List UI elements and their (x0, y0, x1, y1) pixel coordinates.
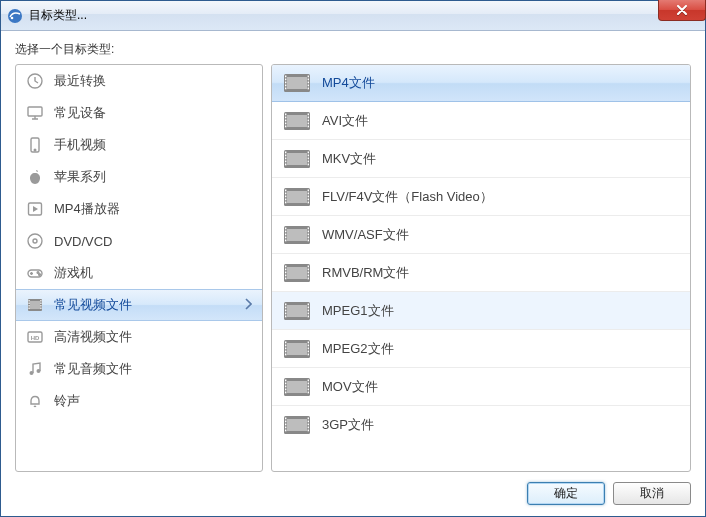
svg-rect-52 (285, 151, 286, 153)
ok-button[interactable]: 确定 (527, 482, 605, 505)
category-item[interactable]: 手机视频 (16, 129, 262, 161)
category-item[interactable]: 常见音频文件 (16, 353, 262, 385)
format-item[interactable]: MKV文件 (272, 140, 690, 178)
svg-rect-70 (308, 192, 309, 194)
category-item[interactable]: 常见视频文件 (16, 289, 262, 321)
svg-rect-44 (285, 125, 286, 127)
svg-rect-42 (285, 119, 286, 121)
category-label: 铃声 (54, 392, 80, 410)
svg-rect-108 (308, 312, 309, 314)
dialog-body: 选择一个目标类型: 最近转换常见设备手机视频苹果系列MP4播放器DVD/VCD游… (1, 31, 705, 516)
svg-rect-75 (287, 229, 307, 241)
svg-rect-104 (285, 315, 286, 317)
format-label: AVI文件 (322, 112, 368, 130)
svg-rect-63 (287, 191, 307, 203)
category-item[interactable]: HD高清视频文件 (16, 321, 262, 353)
format-list: MP4文件AVI文件MKV文件FLV/F4V文件（Flash Video）WMV… (272, 65, 690, 471)
svg-rect-32 (285, 88, 286, 90)
svg-rect-20 (40, 305, 41, 307)
format-item[interactable]: MPEG1文件 (272, 292, 690, 330)
format-item[interactable]: 3GP文件 (272, 406, 690, 444)
format-item[interactable]: MPEG2文件 (272, 330, 690, 368)
hd-icon: HD (26, 328, 44, 346)
close-button[interactable] (658, 0, 706, 21)
svg-rect-126 (285, 385, 286, 387)
svg-rect-113 (285, 344, 286, 346)
format-item[interactable]: RMVB/RM文件 (272, 254, 690, 292)
category-item[interactable]: 铃声 (16, 385, 262, 417)
category-item[interactable]: 游戏机 (16, 257, 262, 289)
category-list: 最近转换常见设备手机视频苹果系列MP4播放器DVD/VCD游戏机常见视频文件HD… (16, 65, 262, 471)
category-label: 最近转换 (54, 72, 106, 90)
svg-rect-117 (308, 341, 309, 343)
svg-rect-40 (285, 113, 286, 115)
svg-rect-49 (308, 125, 309, 127)
svg-rect-120 (308, 350, 309, 352)
svg-rect-112 (285, 341, 286, 343)
svg-rect-65 (285, 192, 286, 194)
svg-rect-58 (308, 154, 309, 156)
format-label: FLV/F4V文件（Flash Video） (322, 188, 493, 206)
svg-rect-103 (285, 312, 286, 314)
app-icon (7, 8, 23, 24)
svg-rect-141 (308, 418, 309, 420)
format-item[interactable]: FLV/F4V文件（Flash Video） (272, 178, 690, 216)
format-item[interactable]: WMV/ASF文件 (272, 216, 690, 254)
format-label: WMV/ASF文件 (322, 226, 409, 244)
format-item[interactable]: MP4文件 (272, 65, 690, 102)
film-icon (284, 225, 310, 245)
close-icon (676, 5, 688, 15)
phone-icon (26, 136, 44, 154)
chevron-right-icon (244, 298, 252, 313)
svg-rect-56 (285, 163, 286, 165)
svg-rect-67 (285, 198, 286, 200)
svg-rect-96 (308, 274, 309, 276)
category-item[interactable]: 苹果系列 (16, 161, 262, 193)
svg-rect-30 (285, 82, 286, 84)
svg-rect-46 (308, 116, 309, 118)
category-item[interactable]: 常见设备 (16, 97, 262, 129)
svg-rect-140 (285, 430, 286, 432)
svg-rect-15 (29, 303, 30, 305)
svg-rect-82 (308, 230, 309, 232)
format-item[interactable]: AVI文件 (272, 102, 690, 140)
svg-rect-48 (308, 122, 309, 124)
svg-rect-66 (285, 195, 286, 197)
category-label: 常见视频文件 (54, 296, 132, 314)
svg-rect-94 (308, 268, 309, 270)
svg-rect-138 (285, 424, 286, 426)
svg-rect-144 (308, 427, 309, 429)
clock-icon (26, 72, 44, 90)
window-title: 目标类型... (29, 7, 87, 24)
svg-rect-97 (308, 277, 309, 279)
svg-rect-127 (285, 388, 286, 390)
svg-rect-59 (308, 157, 309, 159)
svg-rect-18 (40, 300, 41, 302)
svg-rect-41 (285, 116, 286, 118)
category-label: 高清视频文件 (54, 328, 132, 346)
svg-text:HD: HD (31, 335, 40, 341)
format-label: MP4文件 (322, 74, 375, 92)
svg-rect-93 (308, 265, 309, 267)
svg-rect-37 (308, 88, 309, 90)
cancel-button[interactable]: 取消 (613, 482, 691, 505)
format-item[interactable]: MOV文件 (272, 368, 690, 406)
svg-rect-54 (285, 157, 286, 159)
category-item[interactable]: MP4播放器 (16, 193, 262, 225)
svg-rect-78 (285, 233, 286, 235)
svg-rect-81 (308, 227, 309, 229)
film-icon (284, 111, 310, 131)
svg-rect-39 (287, 115, 307, 127)
svg-rect-19 (40, 303, 41, 305)
format-label: MKV文件 (322, 150, 376, 168)
music-icon (26, 360, 44, 378)
dialog-footer: 确定 取消 (15, 472, 691, 508)
svg-rect-133 (308, 391, 309, 393)
category-item[interactable]: DVD/VCD (16, 225, 262, 257)
svg-rect-29 (285, 79, 286, 81)
svg-rect-84 (308, 236, 309, 238)
category-item[interactable]: 最近转换 (16, 65, 262, 97)
svg-rect-102 (285, 309, 286, 311)
svg-rect-125 (285, 382, 286, 384)
svg-rect-43 (285, 122, 286, 124)
